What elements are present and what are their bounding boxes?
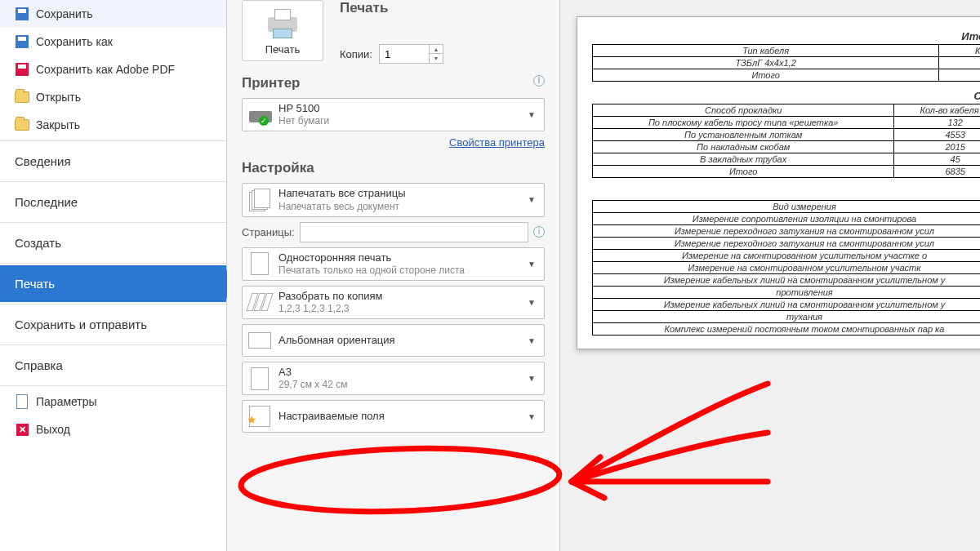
dropdown-title: Односторонняя печать <box>278 251 518 264</box>
menu-help[interactable]: Справка <box>0 347 226 384</box>
landscape-icon <box>247 328 272 353</box>
menu-label: Параметры <box>36 395 97 408</box>
menu-options[interactable]: Параметры <box>0 388 226 415</box>
collate-dropdown[interactable]: Разобрать по копиям 1,2,3 1,2,3 1,2,3 ▼ <box>242 286 545 319</box>
dropdown-title: Напечатать все страницы <box>278 187 518 200</box>
menu-new[interactable]: Создать <box>0 224 226 261</box>
dropdown-title: A3 <box>278 366 518 379</box>
print-preview: Итого см Тип кабеляКТЗБлГ 4x4x1,2Итого С… <box>560 0 980 551</box>
menu-save-as[interactable]: Сохранить как <box>0 28 226 56</box>
orientation-dropdown[interactable]: Альбомная ориентация ▼ <box>242 324 545 357</box>
menu-save-as-pdf[interactable]: Сохранить как Adobe PDF <box>0 56 226 83</box>
preview-heading: Способ <box>592 90 980 102</box>
collate-icon <box>247 290 272 314</box>
printer-icon <box>263 9 302 40</box>
dropdown-title: Альбомная ориентация <box>278 334 518 347</box>
copies-input[interactable] <box>380 48 429 60</box>
pages-label: Страницы: <box>242 226 295 238</box>
dropdown-title: Настраиваемые поля <box>278 410 518 423</box>
dropdown-subtitle: Печатать только на одной стороне листа <box>278 264 518 277</box>
printer-properties-link[interactable]: Свойства принтера <box>449 136 545 149</box>
preview-table-3: Вид измеренияИзмерение сопротивления изо… <box>592 200 980 335</box>
open-icon <box>15 90 29 104</box>
menu-save-send[interactable]: Сохранить и отправить <box>0 306 226 343</box>
chevron-down-icon: ▼ <box>524 374 539 383</box>
menu-label: Создать <box>15 236 61 250</box>
print-button-label: Печать <box>243 43 323 56</box>
menu-save[interactable]: Сохранить <box>0 0 226 28</box>
margins-dropdown[interactable]: ★ Настраиваемые поля ▼ <box>242 400 545 433</box>
save-as-icon <box>15 34 29 49</box>
dropdown-subtitle: 29,7 см x 42 см <box>278 379 518 391</box>
print-scope-dropdown[interactable]: Напечатать все страницы Напечатать весь … <box>242 183 545 216</box>
info-icon[interactable]: i <box>533 226 545 238</box>
preview-table-2: Способ прокладкиКол-во кабеля (мПо плоск… <box>592 104 980 178</box>
menu-label: Сохранить и отправить <box>15 318 147 331</box>
save-icon <box>15 7 29 21</box>
preview-page: Итого см Тип кабеляКТЗБлГ 4x4x1,2Итого С… <box>577 16 980 349</box>
print-panel: Печать Печать Копии: ▲▼ Принтер i ✓ HP 5… <box>227 0 560 551</box>
section-settings-header: Настройка <box>242 160 545 176</box>
pages-icon <box>247 188 272 212</box>
dropdown-subtitle: 1,2,3 1,2,3 1,2,3 <box>278 303 518 315</box>
file-menu-sidebar: Сохранить Сохранить как Сохранить как Ad… <box>0 0 227 551</box>
menu-info[interactable]: Сведения <box>0 143 226 180</box>
menu-label: Выход <box>36 423 70 436</box>
printer-name: HP 5100 <box>278 102 518 115</box>
menu-label: Печать <box>15 277 55 291</box>
print-button[interactable]: Печать <box>242 0 323 61</box>
menu-print[interactable]: Печать <box>0 265 226 302</box>
paper-icon <box>247 367 272 391</box>
section-printer-header: Принтер i <box>242 75 545 91</box>
menu-exit[interactable]: ✕ Выход <box>0 415 226 443</box>
margins-icon: ★ <box>247 404 272 429</box>
dropdown-subtitle: Напечатать весь документ <box>278 201 518 213</box>
close-icon <box>15 118 29 132</box>
menu-label: Сохранить <box>36 7 93 20</box>
menu-recent[interactable]: Последние <box>0 184 226 220</box>
preview-heading: В <box>592 186 980 198</box>
preview-heading: Итого см <box>592 30 980 42</box>
chevron-down-icon: ▼ <box>524 336 539 345</box>
menu-label: Сохранить как <box>36 35 113 48</box>
printer-dropdown[interactable]: ✓ HP 5100 Нет бумаги ▼ <box>242 98 545 131</box>
menu-open[interactable]: Открыть <box>0 83 226 111</box>
pdf-icon <box>15 62 29 77</box>
menu-label: Закрыть <box>36 118 80 131</box>
copies-label: Копии: <box>340 48 372 60</box>
chevron-down-icon: ▼ <box>524 260 539 269</box>
options-icon <box>15 394 29 409</box>
pages-input[interactable] <box>300 222 528 242</box>
chevron-down-icon: ▼ <box>524 412 539 421</box>
copies-spinner[interactable]: ▲▼ <box>379 44 443 64</box>
menu-label: Сохранить как Adobe PDF <box>36 63 175 76</box>
copies-down[interactable]: ▼ <box>430 54 443 63</box>
preview-table-1: Тип кабеляКТЗБлГ 4x4x1,2Итого <box>592 44 980 82</box>
info-icon[interactable]: i <box>533 75 545 87</box>
menu-label: Сведения <box>15 154 71 168</box>
paper-size-dropdown[interactable]: A3 29,7 см x 42 см ▼ <box>242 362 545 395</box>
menu-label: Справка <box>15 358 63 372</box>
chevron-down-icon: ▼ <box>524 298 539 307</box>
chevron-down-icon: ▼ <box>524 110 539 119</box>
dropdown-title: Разобрать по копиям <box>278 290 518 303</box>
duplex-dropdown[interactable]: Односторонняя печать Печатать только на … <box>242 247 545 281</box>
section-print-header: Печать <box>340 0 443 16</box>
copies-up[interactable]: ▲ <box>430 45 443 54</box>
printer-status: Нет бумаги <box>278 115 518 127</box>
menu-label: Последние <box>15 195 78 209</box>
chevron-down-icon: ▼ <box>524 195 539 204</box>
menu-close[interactable]: Закрыть <box>0 111 226 139</box>
menu-label: Открыть <box>36 91 81 104</box>
printer-status-icon: ✓ <box>247 103 272 127</box>
exit-icon: ✕ <box>15 422 29 437</box>
duplex-icon <box>247 251 272 276</box>
